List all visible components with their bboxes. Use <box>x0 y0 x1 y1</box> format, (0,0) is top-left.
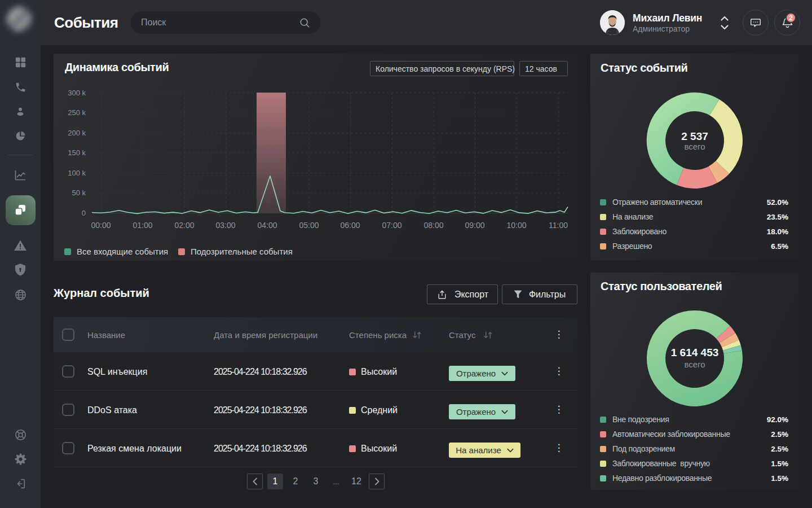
svg-text:05:00: 05:00 <box>299 221 319 230</box>
svg-text:01:00: 01:00 <box>133 221 152 230</box>
svg-text:06:00: 06:00 <box>340 221 360 230</box>
svg-text:00:00: 00:00 <box>91 221 111 230</box>
svg-text:08:00: 08:00 <box>423 221 443 230</box>
svg-text:10:00: 10:00 <box>506 221 526 230</box>
svg-text:100 k: 100 k <box>68 169 86 177</box>
svg-text:2 537: 2 537 <box>681 130 708 142</box>
svg-text:07:00: 07:00 <box>382 221 401 230</box>
svg-text:03:00: 03:00 <box>215 221 235 230</box>
svg-text:04:00: 04:00 <box>257 221 277 230</box>
svg-text:250 k: 250 k <box>68 108 86 117</box>
svg-text:09:00: 09:00 <box>465 221 484 230</box>
svg-text:02:00: 02:00 <box>174 221 194 230</box>
svg-text:50 k: 50 k <box>72 189 86 197</box>
svg-text:200 k: 200 k <box>68 129 86 137</box>
svg-text:всего: всего <box>684 360 705 369</box>
svg-text:150 k: 150 k <box>68 148 86 157</box>
svg-text:300 k: 300 k <box>68 89 86 97</box>
svg-text:всего: всего <box>684 142 705 151</box>
svg-text:1 614 453: 1 614 453 <box>671 347 719 358</box>
svg-text:0: 0 <box>82 209 86 217</box>
svg-text:11:00: 11:00 <box>549 221 568 230</box>
